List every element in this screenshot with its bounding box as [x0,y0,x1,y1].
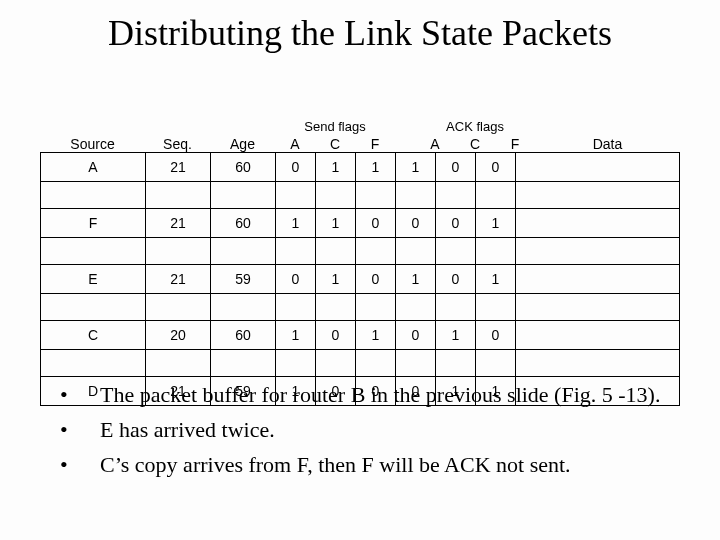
header-seq: Seq. [145,136,210,152]
table-cell: 1 [436,321,476,350]
table-row-spacer [41,182,680,209]
table-row: E2159010101 [41,265,680,294]
table-cell: 21 [146,265,211,294]
header-ack-f: F [495,136,535,152]
table-row: F2160110001 [41,209,680,238]
table-cell: 1 [316,209,356,238]
header-ack-c: C [455,136,495,152]
table-cell: C [41,321,146,350]
table-row: A2160011100 [41,153,680,182]
header-send-flags-label: Send flags [275,119,395,134]
table-cell: 1 [316,153,356,182]
table-cell: 21 [146,209,211,238]
table-cell [516,321,680,350]
table-row: C2060101010 [41,321,680,350]
table-cell [516,209,680,238]
table-cell: 21 [146,153,211,182]
table-cell: 0 [276,153,316,182]
table-cell: 1 [316,265,356,294]
table-row-spacer [41,350,680,377]
table-cell: 0 [396,209,436,238]
table-cell: 0 [436,209,476,238]
table-cell: 1 [276,209,316,238]
slide-title: Distributing the Link State Packets [0,12,720,54]
table-cell [516,153,680,182]
header-send-c: C [315,136,355,152]
table-cell: 0 [276,265,316,294]
header-data: Data [535,136,680,152]
slide: Distributing the Link State Packets Sour… [0,0,720,540]
bullet-text: The packet buffer for router B in the pr… [100,380,680,411]
table-cell: 1 [396,265,436,294]
header-ack-a: A [415,136,455,152]
table-cell: E [41,265,146,294]
table-cell: 0 [436,153,476,182]
table-cell: 20 [146,321,211,350]
bullet-item: • The packet buffer for router B in the … [60,380,680,411]
table-cell: A [41,153,146,182]
table-cell: 0 [436,265,476,294]
header-ack-flags: ACK flags A C F [415,119,535,152]
table-cell: F [41,209,146,238]
bullet-marker: • [60,450,100,481]
bullet-marker: • [60,380,100,411]
header-age: Age [210,136,275,152]
header-ack-flags-label: ACK flags [415,119,535,134]
table-cell: 0 [316,321,356,350]
table-cell: 60 [211,153,276,182]
bullet-text: E has arrived twice. [100,415,680,446]
header-send-a: A [275,136,315,152]
table-row-spacer [41,238,680,265]
table-cell: 1 [356,321,396,350]
table-cell: 0 [476,321,516,350]
bullet-list: • The packet buffer for router B in the … [60,380,680,484]
table-cell: 60 [211,321,276,350]
table-cell: 1 [356,153,396,182]
table-cell: 0 [356,265,396,294]
table-cell: 1 [276,321,316,350]
table-cell: 1 [476,209,516,238]
table-cell: 60 [211,209,276,238]
bullet-marker: • [60,415,100,446]
table-cell: 0 [396,321,436,350]
bullet-item: • E has arrived twice. [60,415,680,446]
table-cell [516,265,680,294]
table-cell: 0 [476,153,516,182]
table-header: Source Seq. Age Send flags A C F ACK fla… [40,110,680,152]
table-cell: 1 [396,153,436,182]
packet-table-body: A2160011100F2160110001E2159010101C206010… [40,152,680,406]
bullet-text: C’s copy arrives from F, then F will be … [100,450,680,481]
table-cell: 59 [211,265,276,294]
table-cell: 0 [356,209,396,238]
packet-table: Source Seq. Age Send flags A C F ACK fla… [40,110,680,406]
table-cell: 1 [476,265,516,294]
header-send-f: F [355,136,395,152]
header-source: Source [40,136,145,152]
header-send-flags: Send flags A C F [275,119,395,152]
table-row-spacer [41,294,680,321]
bullet-item: • C’s copy arrives from F, then F will b… [60,450,680,481]
